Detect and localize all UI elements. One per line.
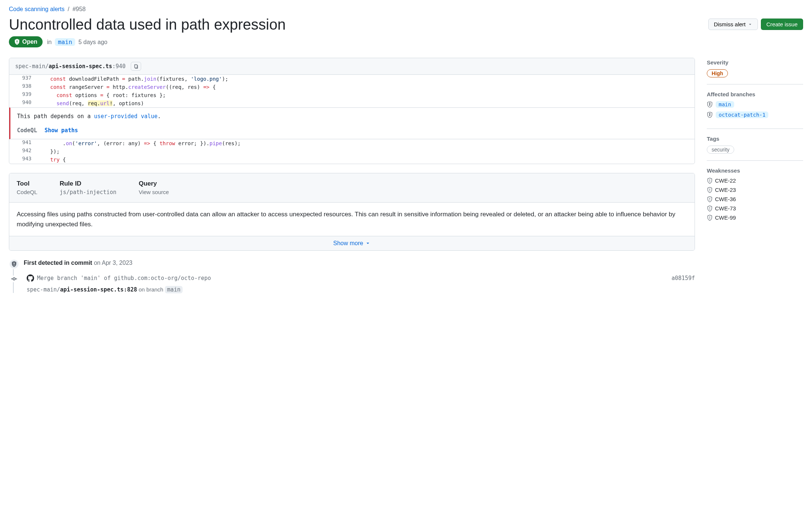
- shield-icon: [707, 206, 713, 211]
- affected-branch[interactable]: octocat-patch-1: [707, 111, 803, 118]
- state-meta: in main 5 days ago: [47, 38, 107, 46]
- commit-message[interactable]: Merge branch 'main' of github.com:octo-o…: [37, 275, 211, 281]
- rule-value: js/path-injection: [60, 189, 117, 196]
- shield-icon: [707, 187, 713, 193]
- severity-badge: High: [707, 69, 728, 77]
- sidebar: Severity High Affected branches main oct…: [707, 58, 803, 300]
- state-badge: Open: [9, 36, 43, 47]
- branches-label: Affected branches: [707, 91, 803, 97]
- rule-header: Rule ID: [60, 180, 117, 187]
- breadcrumb: Code scanning alerts / #958: [9, 6, 803, 13]
- breadcrumb-id: #958: [73, 6, 86, 12]
- svg-point-11: [709, 218, 710, 219]
- tool-header: Tool: [17, 180, 37, 187]
- svg-rect-10: [709, 207, 710, 209]
- svg-point-5: [709, 190, 710, 191]
- svg-rect-8: [709, 198, 710, 200]
- svg-rect-12: [709, 216, 710, 218]
- tool-value: CodeQL: [17, 189, 37, 195]
- shield-icon: [9, 259, 19, 269]
- view-source-link[interactable]: View source: [139, 189, 169, 195]
- shield-icon: [707, 196, 713, 202]
- shield-icon: [707, 215, 713, 221]
- svg-point-0: [13, 278, 15, 280]
- octocat-icon: [27, 274, 34, 282]
- shield-icon: [707, 178, 713, 184]
- commit-icon: [11, 276, 17, 282]
- copy-path-button[interactable]: [131, 62, 141, 71]
- severity-label: Severity: [707, 59, 803, 66]
- commit-sha[interactable]: a08159f: [672, 275, 695, 281]
- breadcrumb-parent[interactable]: Code scanning alerts: [9, 6, 64, 12]
- show-paths-link[interactable]: Show paths: [44, 127, 78, 134]
- shield-icon: [14, 39, 20, 45]
- shield-icon: [707, 101, 713, 107]
- cwe-link[interactable]: CWE-73: [707, 205, 803, 211]
- svg-rect-4: [709, 179, 710, 181]
- code-header: spec-main/api-session-spec.ts:940: [9, 58, 695, 75]
- weaknesses-label: Weaknesses: [707, 167, 803, 174]
- dismiss-alert-button[interactable]: Dismiss alert: [708, 19, 758, 30]
- cwe-link[interactable]: CWE-36: [707, 196, 803, 202]
- details-card: Tool CodeQL Rule ID js/path-injection Qu…: [9, 173, 695, 251]
- svg-rect-6: [709, 189, 710, 190]
- chevron-down-icon: [748, 22, 752, 27]
- timeline: First detected in commit on Apr 3, 2023 …: [9, 260, 695, 293]
- svg-point-7: [709, 200, 710, 200]
- code-card: spec-main/api-session-spec.ts:940 937 co…: [9, 58, 695, 164]
- shield-icon: [707, 112, 713, 118]
- branch-tag[interactable]: main: [165, 286, 183, 293]
- show-more-link[interactable]: Show more: [333, 240, 371, 247]
- branch-tag[interactable]: main: [55, 38, 75, 46]
- copy-icon: [133, 64, 139, 69]
- code-block: 937 const downloadFilePath = path.join(f…: [9, 75, 695, 107]
- tool-label: CodeQL: [17, 127, 37, 134]
- explanation-box: This path depends on a user-provided val…: [9, 107, 695, 139]
- svg-point-9: [709, 209, 710, 210]
- svg-point-3: [709, 181, 710, 182]
- page-title: Uncontrolled data used in path expressio…: [9, 16, 286, 33]
- details-body: Accessing files using paths constructed …: [9, 203, 695, 236]
- affected-branch[interactable]: main: [707, 101, 803, 108]
- cwe-link[interactable]: CWE-23: [707, 187, 803, 193]
- cwe-link[interactable]: CWE-22: [707, 177, 803, 184]
- tag-pill[interactable]: security: [707, 146, 734, 154]
- query-header: Query: [139, 180, 169, 187]
- user-provided-link[interactable]: user-provided value: [94, 113, 158, 120]
- tags-label: Tags: [707, 136, 803, 142]
- chevron-down-icon: [365, 241, 370, 246]
- create-issue-button[interactable]: Create issue: [761, 19, 803, 30]
- cwe-link[interactable]: CWE-99: [707, 214, 803, 221]
